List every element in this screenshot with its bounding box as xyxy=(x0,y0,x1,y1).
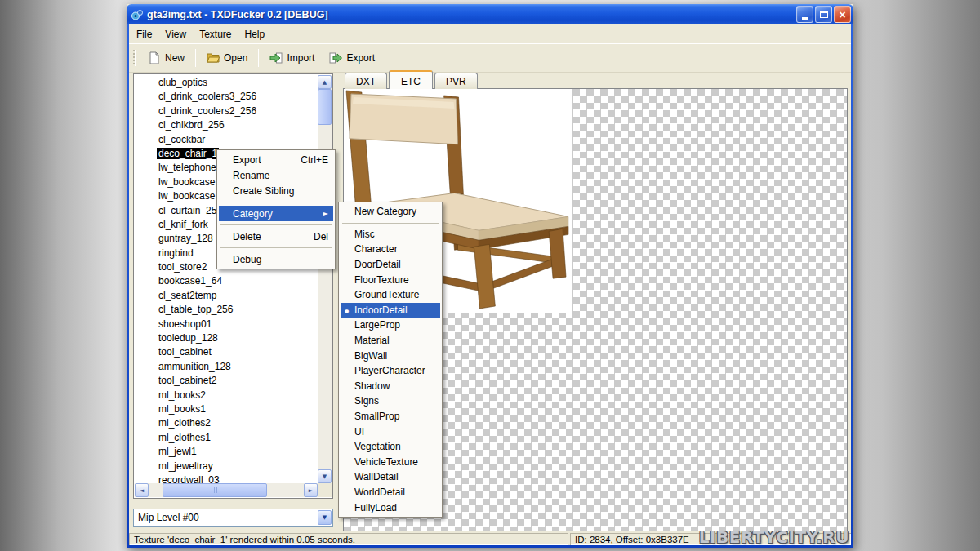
context-menu-delete[interactable]: DeleteDel xyxy=(219,229,333,244)
vertical-scrollbar[interactable]: ▲ ▼ xyxy=(318,75,332,483)
submenu-item[interactable]: Misc xyxy=(341,227,440,242)
toolbar: New Open Import Export xyxy=(129,43,851,73)
texture-list-item[interactable]: shoeshop01 xyxy=(135,318,318,331)
window-border-bottom xyxy=(127,545,853,548)
export-button[interactable]: Export xyxy=(322,48,382,68)
submenu-item[interactable]: DoorDetail xyxy=(341,257,440,273)
export-label: Export xyxy=(346,52,375,64)
texture-list-item[interactable]: cl_table_top_256 xyxy=(135,303,318,317)
window-border-left xyxy=(127,24,129,548)
submenu-item[interactable]: LargeProp xyxy=(341,318,440,333)
tab-pvr[interactable]: PVR xyxy=(434,73,478,89)
submenu-item[interactable]: WorldDetail xyxy=(341,485,440,500)
horizontal-scrollbar[interactable]: ◄ ► xyxy=(135,483,318,497)
submenu-item[interactable]: PlayerCharacter xyxy=(341,363,440,379)
import-label: Import xyxy=(287,52,314,64)
title-bar[interactable]: gta3img.txt - TXDFucker 0.2 [DEBUG] × xyxy=(127,4,853,24)
window-border-right xyxy=(851,24,853,548)
open-label: Open xyxy=(224,52,247,64)
submenu-item[interactable]: Signs xyxy=(341,393,440,409)
menu-help[interactable]: Help xyxy=(238,26,272,42)
texture-list-item[interactable]: ml_clothes1 xyxy=(135,431,318,445)
texture-list-item[interactable]: cl_cockbar xyxy=(135,133,318,147)
dropdown-button[interactable]: ▼ xyxy=(318,510,332,525)
submenu-item[interactable]: VehicleTexture xyxy=(341,455,440,470)
tab-dxt[interactable]: DXT xyxy=(345,73,387,89)
texture-list-item[interactable]: ml_jewl1 xyxy=(135,445,318,459)
scrollbar-corner xyxy=(318,483,332,497)
submenu-item[interactable]: FloorTexture xyxy=(341,272,440,287)
submenu-item[interactable]: Vegetation xyxy=(341,439,440,455)
menu-file[interactable]: File xyxy=(130,26,158,42)
texture-list-item[interactable]: cl_chlkbrd_256 xyxy=(135,118,318,132)
texture-list-item[interactable]: ml_books1 xyxy=(135,402,318,416)
texture-list-item[interactable]: cl_seat2temp xyxy=(135,289,318,303)
new-button[interactable]: New xyxy=(140,48,192,68)
scroll-right-icon: ► xyxy=(309,487,313,494)
texture-list-item[interactable]: ml_books2 xyxy=(135,389,318,402)
tab-etc[interactable]: ETC xyxy=(389,70,433,89)
context-menu-create-sibling[interactable]: Create Sibling xyxy=(219,183,333,198)
scroll-left-button[interactable]: ◄ xyxy=(135,483,149,497)
maximize-button[interactable] xyxy=(815,6,832,23)
scroll-right-button[interactable]: ► xyxy=(304,483,318,497)
maximize-icon xyxy=(820,11,828,18)
submenu-item[interactable]: BigWall xyxy=(341,348,440,363)
menu-view[interactable]: View xyxy=(158,26,193,42)
submenu-item[interactable]: WallDetail xyxy=(341,469,440,485)
desktop-background: gta3img.txt - TXDFucker 0.2 [DEBUG] × Fi… xyxy=(0,0,980,551)
context-menu-rename[interactable]: Rename xyxy=(219,167,333,183)
submenu-item[interactable]: UI xyxy=(341,424,440,439)
menu-separator xyxy=(342,223,439,224)
toolbar-separator xyxy=(258,49,259,67)
texture-list-item[interactable]: cl_drink_coolers3_256 xyxy=(135,90,318,104)
texture-list-item[interactable]: ml_clothes2 xyxy=(135,416,318,430)
texture-list-item[interactable]: cl_drink_coolers2_256 xyxy=(135,104,318,118)
context-menu-export[interactable]: ExportCtrl+E xyxy=(219,152,333,167)
texture-list-item[interactable]: tool_cabinet2 xyxy=(135,374,318,388)
texture-list-item[interactable]: tooledup_128 xyxy=(135,331,318,345)
context-menu-category[interactable]: Category► xyxy=(219,206,333,221)
submenu-item[interactable]: GroundTexture xyxy=(341,287,440,303)
texture-list-item[interactable]: club_optics xyxy=(135,76,318,90)
new-label: New xyxy=(165,52,185,64)
radio-bullet-icon: ● xyxy=(345,307,349,313)
vertical-scroll-thumb[interactable] xyxy=(318,89,332,125)
texture-list: club_optics cl_drink_coolers3_256 cl_dri… xyxy=(133,73,333,499)
scroll-up-button[interactable]: ▲ xyxy=(318,75,332,89)
open-button[interactable]: Open xyxy=(199,48,255,68)
toolbar-grip[interactable] xyxy=(133,50,136,66)
texture-list-item[interactable]: ml_jeweltray xyxy=(135,460,318,473)
mip-level-value: Mip Level #00 xyxy=(138,512,199,523)
scroll-grip xyxy=(212,487,219,493)
import-button[interactable]: Import xyxy=(262,48,322,68)
close-icon: × xyxy=(839,9,845,20)
submenu-item[interactable]: FullyLoad xyxy=(341,500,440,515)
app-icon xyxy=(131,8,144,21)
texture-list-item[interactable]: bookcase1_64 xyxy=(135,274,318,288)
menu-texture[interactable]: Texture xyxy=(193,26,238,42)
category-submenu: New Category Misc Character DoorDetail F… xyxy=(338,202,443,518)
submenu-item[interactable]: Shadow xyxy=(341,379,440,394)
submenu-item[interactable]: SmallProp xyxy=(341,409,440,424)
submenu-item[interactable]: Material xyxy=(341,333,440,349)
scroll-down-button[interactable]: ▼ xyxy=(318,469,332,483)
texture-list-item[interactable]: tool_cabinet xyxy=(135,345,318,359)
submenu-item[interactable]: Character xyxy=(341,242,440,257)
texture-list-item[interactable]: recordwall_03 xyxy=(135,473,318,483)
status-message: Texture 'deco_chair_1' rendered within 0… xyxy=(129,533,568,545)
import-icon xyxy=(270,51,283,64)
context-menu-debug[interactable]: Debug xyxy=(219,251,333,267)
submenu-item-selected[interactable]: ●IndoorDetail xyxy=(341,303,440,318)
horizontal-scroll-thumb[interactable] xyxy=(163,483,267,497)
submenu-arrow-icon: ► xyxy=(323,210,328,217)
minimize-button[interactable] xyxy=(796,6,813,23)
close-button[interactable]: × xyxy=(834,6,851,23)
scroll-down-icon: ▼ xyxy=(323,473,327,480)
texture-list-item[interactable]: ammunition_128 xyxy=(135,360,318,374)
menu-separator xyxy=(220,247,332,248)
window-title: gta3img.txt - TXDFucker 0.2 [DEBUG] xyxy=(147,9,793,20)
mip-level-dropdown[interactable]: Mip Level #00 ▼ xyxy=(133,509,333,527)
submenu-new-category[interactable]: New Category xyxy=(341,204,440,220)
menu-separator xyxy=(220,202,332,202)
